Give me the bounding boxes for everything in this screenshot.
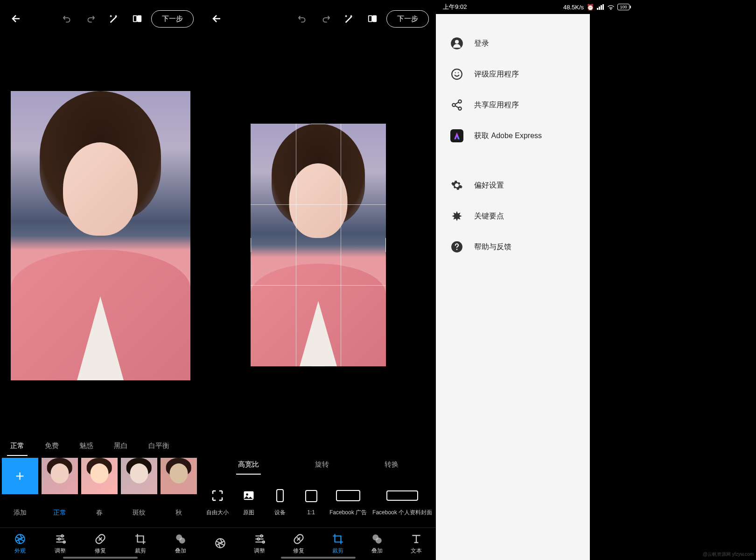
battery-icon: 100 (617, 4, 630, 10)
ratio-device[interactable]: 设备 (267, 487, 293, 517)
thumb-label-0: 添加 (0, 509, 40, 527)
settings-panel: 上午9:02 48.5K/s ⏰ 100 登录评级应用程序共享应用程序获取 Ad… (436, 0, 637, 560)
svg-rect-21 (599, 7, 600, 10)
looks-tab-3[interactable]: 黑白 (104, 441, 138, 450)
thumb-normal[interactable] (40, 457, 79, 495)
crop-tab-0[interactable]: 高宽比 (228, 460, 269, 469)
crop-tab-2[interactable]: 转换 (374, 460, 409, 469)
status-time: 上午9:02 (443, 3, 467, 11)
menu-adobe[interactable]: 获取 Adobe Express (436, 120, 590, 151)
thumb-add[interactable]: + (0, 457, 40, 495)
ratio-original[interactable]: 原图 (236, 487, 261, 517)
menu-share[interactable]: 共享应用程序 (436, 90, 590, 120)
nav-aperture[interactable]: 外观 (0, 528, 40, 560)
bottom-nav: 调整修复裁剪叠加文本 (201, 527, 436, 560)
compare-button[interactable] (363, 9, 382, 28)
sliders-icon (253, 533, 266, 545)
back-button[interactable] (208, 9, 226, 28)
svg-point-8 (179, 538, 185, 544)
looks-tab-0[interactable]: 正常 (0, 441, 35, 450)
ratio-wide[interactable]: Facebook 广告 (329, 487, 367, 517)
svg-point-5 (63, 541, 65, 543)
home-indicator[interactable] (63, 557, 138, 559)
svg-point-19 (376, 538, 382, 544)
nav-sliders[interactable]: 调整 (240, 528, 279, 560)
topbar: 下一步 (201, 0, 436, 37)
back-button[interactable] (7, 9, 26, 28)
svg-point-27 (458, 100, 462, 103)
photo-crop-preview[interactable] (251, 124, 386, 366)
crop-tab-1[interactable]: 旋转 (305, 460, 339, 469)
share-icon (450, 98, 464, 112)
menu-drawer: 登录评级应用程序共享应用程序获取 Adobe Express偏好设置关键要点帮助… (436, 14, 590, 560)
status-bar: 上午9:02 48.5K/s ⏰ 100 (436, 0, 637, 14)
thumb-warm[interactable] (79, 457, 119, 495)
wide-icon (336, 487, 360, 504)
gear-icon (450, 178, 464, 192)
thumb-autumn[interactable] (159, 457, 198, 495)
square-icon (305, 488, 317, 504)
editor-panel-crop: 下一步 高宽比旋转转换 自由大小原图设备1:1Facebook 广告Facebo… (201, 0, 436, 560)
compare-button[interactable] (128, 9, 147, 28)
ratio-square[interactable]: 1:1 (298, 488, 324, 516)
heal-icon (293, 533, 305, 545)
auto-enhance-button[interactable] (105, 9, 123, 28)
thumb-label-2: 春 (79, 509, 119, 527)
signal-icon (597, 4, 604, 10)
redo-button[interactable] (81, 9, 100, 28)
nav-crop[interactable]: 裁剪 (120, 528, 161, 560)
auto-enhance-button[interactable] (340, 9, 358, 28)
bottom-nav: 外观调整修复裁剪叠加 (0, 527, 201, 560)
menu-burst[interactable]: 关键要点 (436, 201, 590, 231)
thumb-bw[interactable] (119, 457, 159, 495)
nav-crop[interactable]: 裁剪 (318, 528, 357, 560)
home-indicator[interactable] (281, 557, 356, 559)
nav-sliders[interactable]: 调整 (40, 528, 80, 560)
nav-text[interactable]: 文本 (397, 528, 436, 560)
menu-person[interactable]: 登录 (436, 28, 590, 59)
svg-point-26 (452, 69, 462, 79)
svg-point-12 (246, 493, 248, 496)
undo-button[interactable] (293, 9, 312, 28)
heal-icon (94, 533, 106, 545)
menu-smile[interactable]: 评级应用程序 (436, 59, 590, 90)
nav-overlay[interactable]: 叠加 (161, 528, 201, 560)
aspect-ratio-row: 自由大小原图设备1:1Facebook 广告Facebook 个人资料封面 (201, 476, 436, 527)
ratio-free[interactable]: 自由大小 (204, 487, 230, 517)
topbar: 下一步 (0, 0, 201, 37)
aperture-icon (14, 533, 26, 545)
canvas[interactable] (201, 37, 436, 453)
undo-button[interactable] (58, 9, 77, 28)
nav-heal[interactable]: 修复 (279, 528, 318, 560)
wifi-icon (607, 4, 615, 10)
redo-button[interactable] (316, 9, 335, 28)
ratio-wider[interactable]: Facebook 个人资料封面 (372, 487, 432, 517)
svg-point-28 (452, 104, 455, 107)
editor-panel-looks: 下一步 正常免费魅惑黑白白平衡 + 添加正常春斑纹秋 外观调整修复裁剪叠加 (0, 0, 201, 560)
crop-icon (134, 533, 147, 545)
alarm-icon: ⏰ (587, 4, 594, 11)
menu-gear[interactable]: 偏好设置 (436, 170, 590, 201)
looks-tab-4[interactable]: 白平衡 (138, 441, 180, 450)
menu-help[interactable]: 帮助与反馈 (436, 231, 590, 262)
next-step-button[interactable]: 下一步 (151, 10, 194, 28)
looks-tab-1[interactable]: 免费 (35, 441, 69, 450)
sliders-icon (54, 533, 66, 545)
svg-point-31 (456, 249, 458, 250)
thumb-label-3: 斑纹 (119, 509, 159, 527)
nav-heal[interactable]: 修复 (80, 528, 120, 560)
svg-point-3 (61, 535, 63, 537)
svg-rect-1 (138, 16, 141, 22)
svg-rect-10 (373, 16, 376, 22)
thumb-label-4: 秋 (159, 509, 198, 527)
thumb-label-1: 正常 (40, 509, 79, 527)
nav-overlay[interactable]: 叠加 (357, 528, 397, 560)
svg-point-15 (258, 538, 259, 540)
nav-aperture[interactable] (201, 528, 240, 560)
looks-tab-2[interactable]: 魅惑 (69, 441, 104, 450)
crop-tab-bar: 高宽比旋转转换 (201, 453, 436, 476)
canvas[interactable] (0, 37, 201, 434)
next-step-button[interactable]: 下一步 (386, 10, 429, 28)
crop-grid[interactable] (251, 124, 386, 366)
overlay-icon (175, 533, 187, 545)
